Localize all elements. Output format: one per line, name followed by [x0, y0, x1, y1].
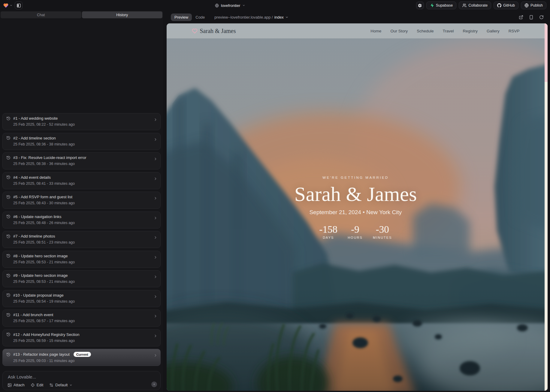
countdown-value: -30: [373, 224, 392, 235]
tab-preview[interactable]: Preview: [171, 13, 192, 21]
history-icon: [6, 293, 11, 297]
countdown-hours: -9HOURS: [346, 224, 364, 239]
nav-link-home[interactable]: Home: [370, 29, 381, 33]
history-item[interactable]: #11 - Add brunch event 25 Feb 2025, 08:5…: [2, 310, 161, 327]
topbar: lovefrontier Supabase Collaborate GitHub: [0, 0, 550, 11]
tab-chat[interactable]: Chat: [1, 11, 81, 18]
publish-button[interactable]: Publish: [521, 1, 546, 9]
hero-title: Sarah & James: [167, 184, 545, 205]
tab-history[interactable]: History: [82, 11, 163, 18]
project-switcher[interactable]: lovefrontier: [215, 0, 245, 11]
history-item[interactable]: #3 - Fix: Resolve Lucide-react import er…: [2, 152, 161, 169]
history-item[interactable]: #7 - Add timeline photos 25 Feb 2025, 08…: [2, 231, 161, 248]
github-button[interactable]: GitHub: [494, 1, 518, 9]
history-item[interactable]: #12 - Add Honeyfund Registry Section 25 …: [2, 329, 161, 346]
preview-actions: [518, 14, 545, 20]
globe-icon: [215, 4, 219, 7]
history-item-timestamp: 25 Feb 2025, 08:38 - 36 minutes ago: [13, 162, 151, 166]
open-in-new-tab-button[interactable]: [518, 14, 524, 20]
chevron-right-icon: [153, 196, 158, 200]
send-button[interactable]: [151, 382, 157, 387]
target-icon: [31, 383, 35, 387]
settings-button[interactable]: [416, 1, 424, 9]
heart-icon: [192, 28, 198, 34]
nav-link-our-story[interactable]: Our Story: [390, 29, 408, 33]
edit-button[interactable]: Edit: [31, 383, 43, 387]
history-item-timestamp: 25 Feb 2025, 08:36 - 38 minutes ago: [13, 142, 151, 146]
history-item-timestamp: 25 Feb 2025, 08:53 - 21 minutes ago: [13, 260, 151, 264]
site-logo[interactable]: Sarah & James: [192, 28, 236, 34]
history-list: #1 - Add wedding website 25 Feb 2025, 08…: [2, 113, 161, 366]
preview-header: Preview Code preview--lovefrontier.lovab…: [165, 11, 550, 23]
history-icon: [6, 234, 11, 238]
hero-date: September 21, 2024 • New York City: [167, 209, 545, 216]
nav-link-travel[interactable]: Travel: [443, 29, 454, 33]
chevron-right-icon: [153, 275, 158, 279]
history-item[interactable]: #1 - Add wedding website 25 Feb 2025, 08…: [2, 113, 161, 130]
history-item[interactable]: #8 - Update hero section image 25 Feb 20…: [2, 251, 161, 268]
preview-scrollbar-thumb[interactable]: [545, 23, 548, 82]
chevron-down-icon: [10, 4, 13, 7]
chevron-down-icon: [242, 4, 245, 7]
sidebar-panel-icon: [17, 3, 21, 8]
history-icon: [6, 156, 11, 160]
mobile-view-button[interactable]: [528, 14, 534, 20]
website-preview[interactable]: Sarah & James HomeOur StoryScheduleTrave…: [167, 23, 548, 391]
url-page: index: [274, 15, 284, 19]
history-icon: [6, 254, 11, 258]
project-name: lovefrontier: [221, 3, 240, 8]
history-item[interactable]: #6 - Update navigation links 25 Feb 2025…: [2, 211, 161, 229]
sliders-icon: [49, 383, 53, 387]
site-logo-text: Sarah & James: [200, 28, 236, 34]
refresh-button[interactable]: [538, 14, 545, 20]
supabase-button[interactable]: Supabase: [426, 1, 456, 9]
nav-link-gallery[interactable]: Gallery: [487, 29, 500, 33]
history-item[interactable]: #9 - Update hero section image 25 Feb 20…: [2, 270, 161, 287]
arrow-up-icon: [153, 383, 155, 386]
current-badge: Current: [74, 352, 91, 357]
history-icon: [6, 214, 11, 219]
history-item[interactable]: #10 - Update proposal image 25 Feb 2025,…: [2, 290, 161, 307]
history-icon: [6, 313, 11, 317]
chat-input[interactable]: Ask Lovable...: [8, 374, 36, 379]
toggle-sidebar-button[interactable]: [15, 1, 23, 9]
history-item-timestamp: 25 Feb 2025, 08:59 - 15 minutes ago: [13, 339, 151, 343]
history-item-timestamp: 25 Feb 2025, 08:51 - 23 minutes ago: [13, 240, 151, 244]
tab-code[interactable]: Code: [192, 13, 208, 21]
users-icon: [462, 3, 467, 7]
chevron-right-icon: [153, 295, 158, 299]
preview-scrollbar[interactable]: [545, 23, 548, 391]
lovable-logo-menu[interactable]: [3, 3, 13, 8]
history-item-timestamp: 25 Feb 2025, 08:48 - 26 minutes ago: [13, 221, 151, 225]
history-item[interactable]: #2 - Add timeline section 25 Feb 2025, 0…: [2, 133, 161, 150]
history-item-title: #6 - Update navigation links: [13, 214, 61, 219]
site-nav: HomeOur StoryScheduleTravelRegistryGalle…: [370, 29, 519, 33]
attach-button[interactable]: Attach: [8, 383, 25, 387]
nav-link-registry[interactable]: Registry: [463, 29, 478, 33]
chat-history-panel: Chat History #1 - Add wedding website 25…: [0, 11, 163, 392]
smartphone-icon: [529, 15, 533, 19]
chevron-right-icon: [153, 334, 158, 338]
chevron-right-icon: [153, 216, 158, 220]
history-item-timestamp: 25 Feb 2025, 08:54 - 19 minutes ago: [13, 299, 151, 304]
history-item-timestamp: 25 Feb 2025, 08:41 - 33 minutes ago: [13, 181, 151, 186]
history-icon: [6, 352, 11, 357]
mode-select[interactable]: Default: [49, 383, 72, 387]
nav-link-schedule[interactable]: Schedule: [417, 29, 434, 33]
collaborate-button[interactable]: Collaborate: [459, 1, 491, 9]
panel-tabs: Chat History: [1, 11, 162, 18]
history-item[interactable]: #4 - Add event details 25 Feb 2025, 08:4…: [2, 172, 161, 189]
lovable-app: lovefrontier Supabase Collaborate GitHub: [0, 0, 550, 392]
history-item-title: #5 - Add RSVP form and guest list: [13, 195, 72, 199]
nav-link-rsvp[interactable]: RSVP: [509, 29, 520, 33]
history-item[interactable]: #13 - Refactor index page layout Current…: [2, 349, 161, 366]
countdown-label: HOURS: [346, 236, 364, 239]
lovable-heart-logo: [3, 3, 9, 8]
composer[interactable]: Ask Lovable... Attach Edit Default: [2, 371, 161, 390]
preview-url[interactable]: preview--lovefrontier.lovable.app / inde…: [214, 15, 288, 19]
chevron-right-icon: [153, 255, 158, 259]
history-item-title: #7 - Add timeline photos: [13, 234, 55, 238]
history-icon: [6, 175, 11, 179]
countdown-label: DAYS: [319, 236, 338, 239]
history-item[interactable]: #5 - Add RSVP form and guest list 25 Feb…: [2, 192, 161, 209]
